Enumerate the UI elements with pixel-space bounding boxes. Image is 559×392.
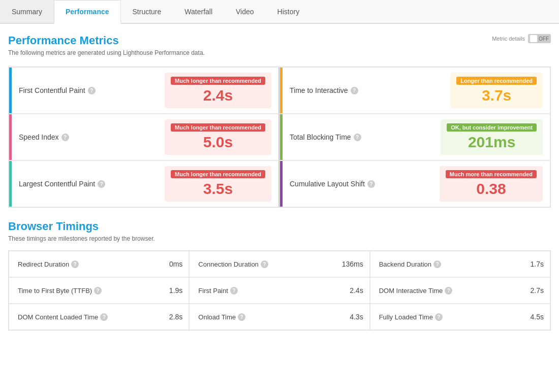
metric-status-label-2: Much longer than recommended <box>171 123 265 132</box>
timing-value-1: 136ms <box>342 260 363 268</box>
timing-value-6: 2.8s <box>169 313 182 321</box>
metric-inner-1: Time to Interactive ?Longer than recomme… <box>283 68 550 113</box>
timing-card-7: Onload Time ?4.3s <box>189 304 369 330</box>
metric-value-box-0: Much longer than recommended2.4s <box>165 73 271 108</box>
tab-performance[interactable]: Performance <box>54 0 121 24</box>
metric-status-label-3: OK, but consider improvement <box>447 123 537 132</box>
browser-timings-title: Browser Timings <box>8 220 551 233</box>
main-content: Performance Metrics The following metric… <box>0 24 559 341</box>
metric-card-0: First Contentful Paint ?Much longer than… <box>9 67 280 114</box>
timing-inner-7: Onload Time ?4.3s <box>192 308 369 326</box>
performance-title: Performance Metrics <box>8 34 205 47</box>
header-row: Performance Metrics The following metric… <box>8 34 551 64</box>
metric-inner-5: Cumulative Layout Shift ?Much more than … <box>283 161 550 207</box>
timing-name-3: Time to First Byte (TTFB) ? <box>18 287 102 295</box>
metric-help-1[interactable]: ? <box>351 87 358 94</box>
timing-card-1: Connection Duration ?136ms <box>189 251 369 277</box>
metric-help-4[interactable]: ? <box>98 180 105 188</box>
metric-value-4: 3.5s <box>203 180 233 198</box>
timing-help-3[interactable]: ? <box>94 287 102 295</box>
metric-details-toggle[interactable]: OFF <box>528 34 551 43</box>
metric-value-box-4: Much longer than recommended3.5s <box>165 166 271 202</box>
timing-name-0: Redirect Duration ? <box>18 260 79 268</box>
timing-help-6[interactable]: ? <box>100 313 108 321</box>
timing-inner-3: Time to First Byte (TTFB) ?1.9s <box>12 281 189 300</box>
timing-help-0[interactable]: ? <box>71 260 79 268</box>
timing-name-2: Backend Duration ? <box>379 260 441 268</box>
metric-value-3: 201ms <box>468 134 515 151</box>
tab-structure[interactable]: Structure <box>121 0 173 23</box>
timing-card-3: Time to First Byte (TTFB) ?1.9s <box>9 277 189 304</box>
timing-help-5[interactable]: ? <box>445 287 452 295</box>
metric-card-2: Speed Index ?Much longer than recommende… <box>9 114 280 160</box>
timing-help-7[interactable]: ? <box>238 313 245 321</box>
tab-history[interactable]: History <box>266 0 312 23</box>
metric-help-0[interactable]: ? <box>88 87 96 94</box>
timing-card-2: Backend Duration ?1.7s <box>370 251 550 277</box>
timing-inner-0: Redirect Duration ?0ms <box>12 255 189 273</box>
metric-status-label-5: Much more than recommended <box>446 170 537 178</box>
metric-inner-2: Speed Index ?Much longer than recommende… <box>12 114 278 160</box>
timing-inner-6: DOM Content Loaded Time ?2.8s <box>12 308 189 326</box>
metric-card-4: Largest Contentful Paint ?Much longer th… <box>9 160 280 207</box>
timing-name-5: DOM Interactive Time ? <box>379 287 453 295</box>
timing-inner-2: Backend Duration ?1.7s <box>373 255 550 273</box>
metric-value-box-5: Much more than recommended0.38 <box>440 166 543 202</box>
metric-card-1: Time to Interactive ?Longer than recomme… <box>280 67 550 114</box>
timing-value-4: 2.4s <box>350 286 363 295</box>
metric-inner-0: First Contentful Paint ?Much longer than… <box>12 68 278 113</box>
metric-value-1: 3.7s <box>482 87 511 104</box>
timing-value-5: 2.7s <box>531 286 544 295</box>
timing-help-1[interactable]: ? <box>261 260 268 268</box>
tab-waterfall[interactable]: Waterfall <box>173 0 224 23</box>
timing-value-8: 4.5s <box>531 313 544 321</box>
timing-inner-8: Fully Loaded Time ?4.5s <box>373 308 550 326</box>
timing-card-6: DOM Content Loaded Time ?2.8s <box>9 304 189 330</box>
timing-card-0: Redirect Duration ?0ms <box>9 251 189 277</box>
timing-name-7: Onload Time ? <box>198 313 245 321</box>
metric-status-label-0: Much longer than recommended <box>171 77 265 85</box>
timing-name-6: DOM Content Loaded Time ? <box>18 313 108 321</box>
toggle-label: OFF <box>539 36 549 42</box>
timing-name-8: Fully Loaded Time ? <box>379 313 443 321</box>
timing-inner-5: DOM Interactive Time ?2.7s <box>373 281 550 300</box>
tab-summary[interactable]: Summary <box>0 0 54 23</box>
timing-card-5: DOM Interactive Time ?2.7s <box>370 277 550 304</box>
timing-value-3: 1.9s <box>169 286 182 295</box>
timing-inner-1: Connection Duration ?136ms <box>192 255 369 273</box>
metric-name-1: Time to Interactive ? <box>290 86 358 94</box>
metric-details-label: Metric details <box>492 36 525 42</box>
metric-value-5: 0.38 <box>476 180 506 198</box>
timing-inner-4: First Paint ?2.4s <box>192 281 369 300</box>
metric-help-5[interactable]: ? <box>367 180 375 188</box>
metric-details-row: Metric details OFF <box>492 34 551 43</box>
toggle-knob <box>530 35 537 42</box>
metric-help-3[interactable]: ? <box>354 134 361 141</box>
browser-timings-desc: These timings are milestones reported by… <box>8 235 551 242</box>
timing-value-7: 4.3s <box>350 313 363 321</box>
metric-value-0: 2.4s <box>203 87 233 104</box>
metric-value-2: 5.0s <box>203 134 233 151</box>
metric-status-label-1: Longer than recommended <box>456 77 537 85</box>
performance-desc: The following metrics are generated usin… <box>8 49 205 56</box>
metric-inner-4: Largest Contentful Paint ?Much longer th… <box>12 161 278 207</box>
metric-value-box-3: OK, but consider improvement201ms <box>441 119 543 155</box>
timing-help-4[interactable]: ? <box>230 287 238 295</box>
tab-bar: SummaryPerformanceStructureWaterfallVide… <box>0 0 559 24</box>
timing-name-1: Connection Duration ? <box>198 260 268 268</box>
browser-timings-section: Browser Timings These timings are milest… <box>8 220 551 331</box>
metric-status-label-4: Much longer than recommended <box>171 170 265 178</box>
metric-name-5: Cumulative Layout Shift ? <box>290 180 375 188</box>
metric-card-3: Total Blocking Time ?OK, but consider im… <box>280 114 550 160</box>
timing-help-8[interactable]: ? <box>435 313 443 321</box>
timing-value-2: 1.7s <box>531 260 544 268</box>
timing-help-2[interactable]: ? <box>433 260 441 268</box>
metrics-grid: First Contentful Paint ?Much longer than… <box>8 67 551 208</box>
timings-grid: Redirect Duration ?0msConnection Duratio… <box>8 250 551 331</box>
metric-inner-3: Total Blocking Time ?OK, but consider im… <box>283 114 550 160</box>
metric-name-3: Total Blocking Time ? <box>290 133 361 141</box>
metric-help-2[interactable]: ? <box>61 134 69 141</box>
metric-value-box-2: Much longer than recommended5.0s <box>165 119 271 155</box>
tab-video[interactable]: Video <box>224 0 266 23</box>
metric-name-4: Largest Contentful Paint ? <box>19 180 105 188</box>
